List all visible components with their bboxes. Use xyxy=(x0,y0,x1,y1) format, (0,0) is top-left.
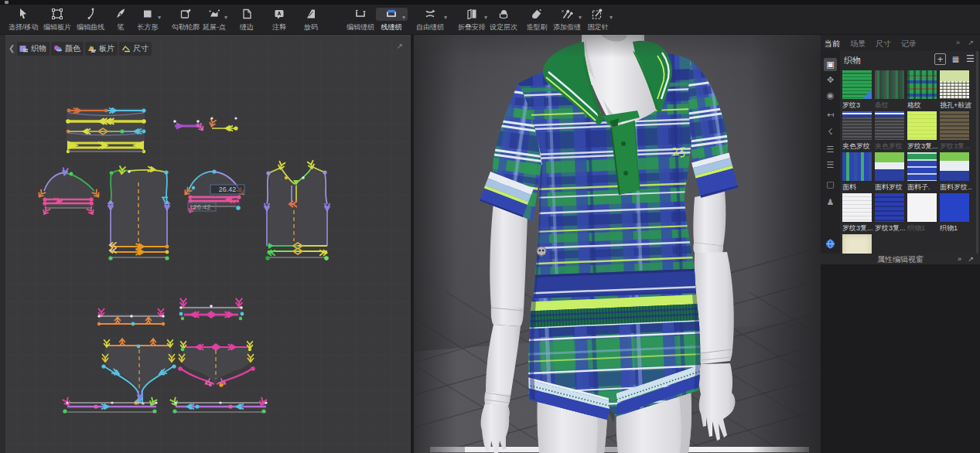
svg-text:26.42: 26.42 xyxy=(219,186,237,193)
svg-text:26.42: 26.42 xyxy=(193,203,211,211)
